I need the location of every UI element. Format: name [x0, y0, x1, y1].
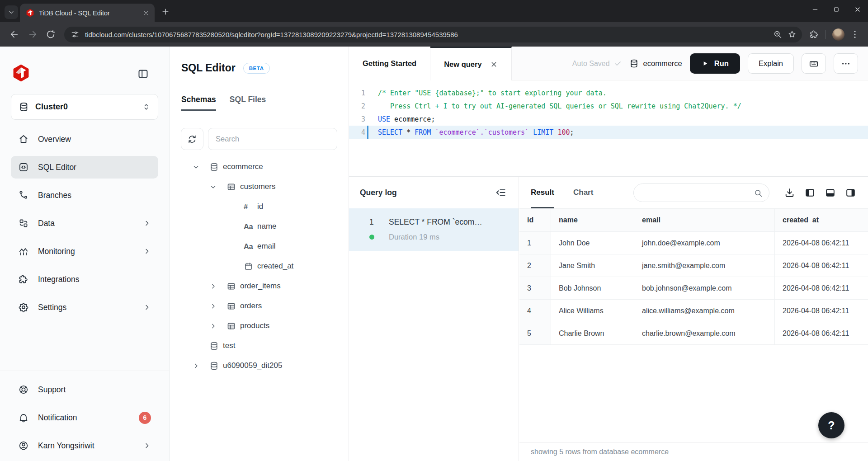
- sidebar-item-overview[interactable]: Overview: [11, 128, 158, 151]
- cell-email[interactable]: john.doe@example.com: [634, 232, 775, 254]
- cell-created-at[interactable]: 2026-04-08 06:42:11: [775, 300, 868, 322]
- sidebar-item-settings[interactable]: Settings: [11, 296, 158, 319]
- result-search[interactable]: [633, 183, 769, 202]
- explain-button[interactable]: Explain: [748, 53, 794, 74]
- cell-email[interactable]: bob.johnson@example.com: [634, 277, 775, 299]
- profile-avatar[interactable]: [832, 28, 844, 41]
- zoom-icon[interactable]: [770, 27, 785, 42]
- cell-id[interactable]: 4: [519, 300, 551, 322]
- tab-schemas[interactable]: Schemas: [181, 90, 216, 111]
- tree-item-test[interactable]: test: [170, 336, 349, 356]
- table-row[interactable]: 2Jane Smithjane.smith@example.com2026-04…: [519, 254, 868, 277]
- code-line-3[interactable]: 3USE ecommerce;: [349, 113, 868, 126]
- sql-code-editor[interactable]: 1/* Enter "USE {database};" to start exp…: [349, 80, 868, 176]
- chevron-down-icon[interactable]: [209, 183, 217, 191]
- table-row[interactable]: 3Bob Johnsonbob.johnson@example.com2026-…: [519, 277, 868, 300]
- close-tab-icon[interactable]: [490, 61, 498, 68]
- tab-sql-files[interactable]: SQL Files: [230, 90, 266, 111]
- extensions-icon[interactable]: [807, 27, 822, 42]
- table-row[interactable]: 5Charlie Browncharlie.brown@example.com2…: [519, 322, 868, 345]
- tab-search-button[interactable]: [5, 5, 18, 19]
- bookmark-star-icon[interactable]: [785, 27, 799, 42]
- back-button[interactable]: [6, 26, 23, 42]
- sidebar-item-integrations[interactable]: Integrations: [11, 268, 158, 291]
- tree-item-order-items[interactable]: order_items: [170, 276, 349, 296]
- forward-button[interactable]: [24, 26, 41, 42]
- run-button[interactable]: Run: [690, 53, 740, 74]
- chevron-right-icon[interactable]: [209, 282, 217, 290]
- cell-id[interactable]: 3: [519, 277, 551, 299]
- tab-result[interactable]: Result: [531, 177, 554, 208]
- search-input[interactable]: [208, 128, 337, 150]
- tree-item-customers[interactable]: customers: [170, 177, 349, 197]
- window-close-button[interactable]: [847, 0, 868, 19]
- cell-created-at[interactable]: 2026-04-08 06:42:11: [775, 232, 868, 254]
- reload-button[interactable]: [42, 26, 59, 42]
- collapse-panel-icon[interactable]: [495, 187, 507, 198]
- cell-id[interactable]: 5: [519, 322, 551, 344]
- cell-name[interactable]: Bob Johnson: [551, 277, 634, 299]
- table-row[interactable]: 4Alice Williamsalice.williams@example.co…: [519, 300, 868, 322]
- cell-id[interactable]: 1: [519, 232, 551, 254]
- cell-name[interactable]: Charlie Brown: [551, 322, 634, 344]
- tab-new-query[interactable]: New query: [430, 47, 511, 80]
- tree-item-u6090059-dit205[interactable]: u6090059_dit205: [170, 356, 349, 376]
- panel-left-icon[interactable]: [804, 187, 816, 198]
- refresh-button[interactable]: [181, 128, 203, 150]
- sidebar-item-monitoring[interactable]: Monitoring: [11, 240, 158, 263]
- window-minimize-button[interactable]: [804, 0, 826, 19]
- sidebar-item-notification[interactable]: Notification6: [11, 406, 158, 429]
- tree-item-products[interactable]: products: [170, 316, 349, 336]
- site-settings-icon[interactable]: [71, 30, 80, 39]
- chevron-down-icon[interactable]: [192, 163, 200, 171]
- help-button[interactable]: ?: [818, 412, 844, 438]
- sidebar-item-sql-editor[interactable]: SQL Editor: [11, 156, 158, 179]
- tab-getting-started[interactable]: Getting Started: [349, 47, 430, 80]
- table-row[interactable]: 1John Doejohn.doe@example.com2026-04-08 …: [519, 232, 868, 254]
- query-log-entry[interactable]: 1 SELECT * FROM `ecom… Duration 19 ms: [349, 208, 519, 251]
- browser-tab[interactable]: TiDB Cloud - SQL Editor: [20, 4, 155, 22]
- cell-created-at[interactable]: 2026-04-08 06:42:11: [775, 322, 868, 344]
- cell-name[interactable]: Jane Smith: [551, 254, 634, 277]
- address-bar[interactable]: tidbcloud.com/clusters/10706756877835280…: [64, 27, 802, 42]
- cell-created-at[interactable]: 2026-04-08 06:42:11: [775, 277, 868, 299]
- more-options-button[interactable]: [834, 53, 858, 74]
- code-line-1[interactable]: 1/* Enter "USE {database};" to start exp…: [349, 86, 868, 99]
- code-line-2[interactable]: 2 Press Ctrl + I to try out AI-generated…: [349, 99, 868, 113]
- tree-item-id[interactable]: #id: [170, 197, 349, 216]
- chevron-right-icon[interactable]: [192, 362, 200, 370]
- chevron-right-icon[interactable]: [209, 322, 217, 330]
- sidebar-item-karn-yongsiriwit[interactable]: Karn Yongsiriwit: [11, 434, 158, 457]
- window-maximize-button[interactable]: [826, 0, 847, 19]
- sidebar-item-branches[interactable]: Branches: [11, 184, 158, 207]
- browser-menu-icon[interactable]: [847, 27, 863, 42]
- tree-item-ecommerce[interactable]: ecommerce: [170, 157, 349, 177]
- download-icon[interactable]: [784, 187, 795, 198]
- tab-close-icon[interactable]: [141, 8, 151, 18]
- tree-item-name[interactable]: Aaname: [170, 216, 349, 236]
- cell-created-at[interactable]: 2026-04-08 06:42:11: [775, 254, 868, 277]
- panel-right-icon[interactable]: [845, 187, 856, 198]
- sidebar-item-data[interactable]: Data: [11, 212, 158, 235]
- sidebar-item-support[interactable]: Support: [11, 378, 158, 401]
- cell-email[interactable]: charlie.brown@example.com: [634, 322, 775, 344]
- cell-name[interactable]: Alice Williams: [551, 300, 634, 322]
- code-line-4[interactable]: 4SELECT * FROM `ecommerce`.`customers` L…: [349, 126, 868, 139]
- tree-item-email[interactable]: Aaemail: [170, 236, 349, 256]
- chevron-right-icon[interactable]: [209, 302, 217, 310]
- tree-item-created-at[interactable]: created_at: [170, 256, 349, 276]
- cell-email[interactable]: jane.smith@example.com: [634, 254, 775, 277]
- cell-name[interactable]: John Doe: [551, 232, 634, 254]
- new-tab-button[interactable]: [159, 5, 172, 18]
- tidb-logo-icon[interactable]: [12, 64, 30, 82]
- result-search-input[interactable]: [642, 189, 754, 197]
- cell-email[interactable]: alice.williams@example.com: [634, 300, 775, 322]
- cell-id[interactable]: 2: [519, 254, 551, 277]
- keyboard-shortcuts-button[interactable]: [802, 53, 826, 74]
- cluster-selector[interactable]: Cluster0: [11, 94, 158, 120]
- sidebar-toggle-icon[interactable]: [137, 68, 149, 80]
- panel-bottom-icon[interactable]: [825, 187, 836, 198]
- tab-chart[interactable]: Chart: [573, 177, 593, 208]
- database-selector[interactable]: ecommerce: [629, 59, 682, 68]
- tree-item-orders[interactable]: orders: [170, 296, 349, 316]
